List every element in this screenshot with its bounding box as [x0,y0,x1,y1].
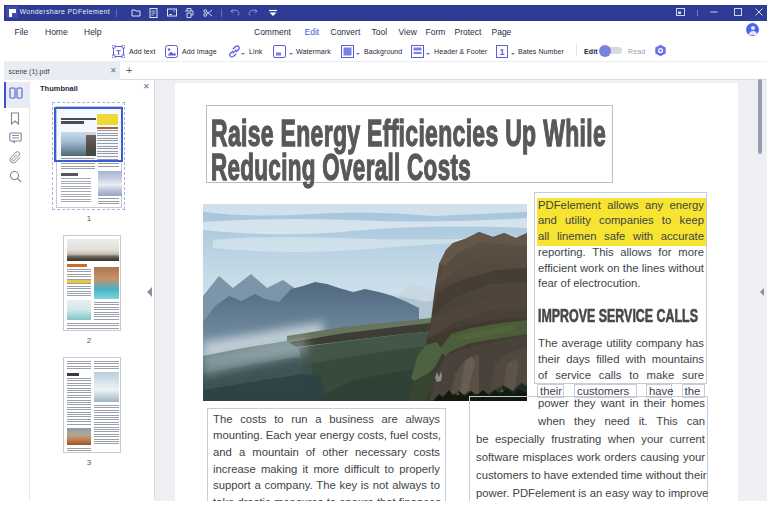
svg-text:1: 1 [499,47,504,57]
svg-text:T: T [116,48,121,57]
